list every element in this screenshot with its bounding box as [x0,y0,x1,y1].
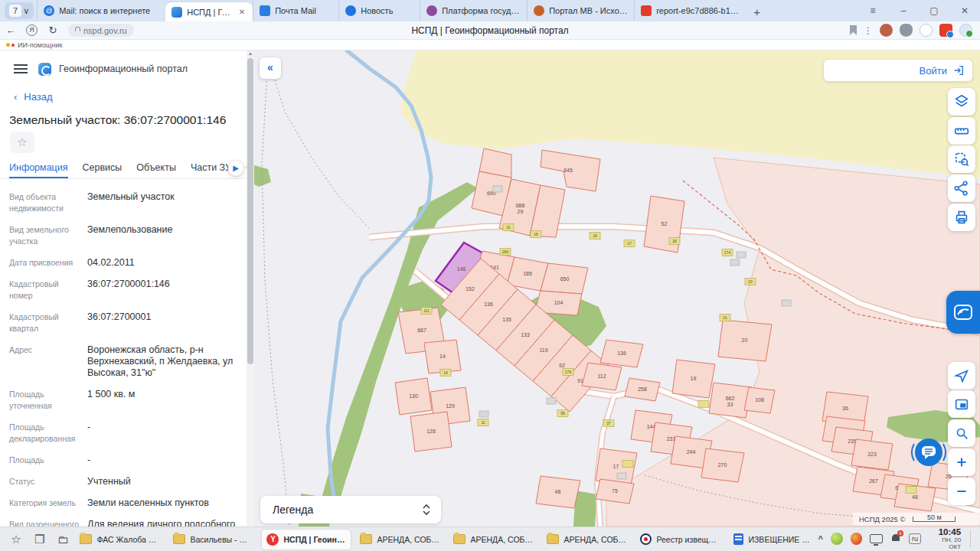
download-profile-icon[interactable] [959,24,972,37]
taskbar-item[interactable]: АРЕНДА, СОБСТ... [449,530,537,549]
taskbar-item[interactable]: ИЗВЕЩЕНИЕ о н... [729,530,818,549]
favorite-star-icon[interactable]: ☆ [10,132,34,153]
back-icon[interactable]: ← [0,24,21,36]
zoom-out-button[interactable] [948,478,975,505]
parcel-number: 20 [742,337,748,343]
building-marker[interactable] [906,487,916,494]
browser-tab[interactable]: Mail: поиск в интернете [37,0,165,21]
panel-tab-сервисы[interactable]: Сервисы [83,162,122,178]
browser-menu-icon[interactable]: ≡ [858,5,888,16]
chat-bubble-button[interactable] [910,433,948,471]
minimize-button[interactable]: – [888,5,919,16]
taskbar-item[interactable]: НСПД | Геоинфо... [262,530,351,549]
building[interactable] [479,411,488,417]
browser-tab[interactable]: НСПД | Геоинформаци✕ [165,2,253,21]
layers-button[interactable] [948,88,975,116]
mail-icon [44,5,54,16]
browser-tab[interactable]: report-e9c7d886-b10a-4f [634,0,746,21]
browser-tab[interactable]: Портал МВ - Исходящий [527,0,634,21]
favorites-star-icon[interactable]: ☆ [8,532,24,547]
building[interactable] [730,259,740,266]
measure-button[interactable] [948,117,975,145]
building-marker[interactable] [698,401,709,408]
tray-app-green-icon[interactable] [831,533,843,545]
hamburger-menu-icon[interactable] [14,64,28,73]
field-row: Площадь декларированная- [9,422,239,445]
scrollbar-thumb[interactable] [247,58,253,364]
browser-tab[interactable]: Почта Mail [253,0,338,21]
building[interactable] [782,300,791,306]
taskbar-item-label: Реестр извещен... [656,535,720,544]
parcel-number: 244 [687,449,696,455]
pdf-extension-icon[interactable] [939,24,952,37]
tabs-scroll-right-icon[interactable]: ▶ [228,161,243,176]
map-canvas[interactable]: 6456906882952146141185650104152136135133… [254,51,980,527]
zoom-out-icon [953,483,970,500]
ai-dot2-icon [11,44,15,47]
parcel-number: 48 [912,494,918,500]
browser-tab-bar: 7 ∨ Mail: поиск в интернетеНСПД | Геоинф… [0,0,980,21]
parcel-number: 270 [718,462,727,468]
select-area-button[interactable] [948,145,975,173]
panel-scrollbar[interactable]: ▲ [247,51,254,527]
refresh-icon[interactable]: ↻ [42,24,64,36]
file-manager-icon[interactable]: 🗀 [56,532,71,547]
tray-app-red-icon[interactable] [851,533,863,545]
print-icon [953,209,970,226]
collapse-panel-button[interactable]: « [260,57,281,79]
locate-button[interactable] [948,362,975,390]
notifications-bell-icon[interactable]: 9 [890,533,901,544]
building[interactable] [737,252,746,258]
print-button[interactable] [948,204,975,231]
taskbar-item[interactable]: АРЕНДА, СОБСТ... [542,530,631,549]
clock[interactable]: 10:45 ПН, 20 ОКТ [929,527,961,550]
window-switcher-icon[interactable]: ❐ [32,532,47,547]
panel-tab-информация[interactable]: Информация [9,162,68,178]
login-button[interactable]: Войти [824,60,972,81]
building-number: 280 [502,249,509,254]
taskbar-item[interactable]: ФАС Жалоба Ма... [75,530,164,549]
document-icon [733,533,743,545]
share-button[interactable] [948,174,975,202]
network-icon[interactable] [870,534,883,543]
legend-bar[interactable]: Легенда [260,496,441,523]
url-field[interactable]: nspd.gov.ru [68,24,134,37]
profile-avatar-icon[interactable] [880,24,893,37]
building[interactable] [617,473,626,479]
field-label: Дата присвоения [9,257,87,269]
back-link[interactable]: ‹ Назад [14,91,53,103]
tab-counter[interactable]: 7 ∨ [5,2,34,19]
taskbar-item[interactable]: АРЕНДА, СОБСТ... [355,530,444,549]
folder-icon [547,534,559,544]
browser-tab[interactable]: Новость [338,0,420,21]
panel-tab-части зу[interactable]: Части ЗУ [191,162,231,178]
taskbar-item[interactable]: Васильевы - Ме... [168,530,257,549]
protect-shield-icon[interactable] [900,24,913,37]
zoom-in-button[interactable] [948,448,975,476]
map-search-button[interactable] [948,419,975,447]
yandex-icon[interactable]: Я [26,24,38,36]
building[interactable] [547,398,556,404]
minimap-button[interactable] [948,390,975,418]
assistant-widget[interactable] [946,291,980,334]
tab-close-icon[interactable]: ✕ [237,8,247,16]
language-indicator[interactable]: ru [909,533,921,544]
tray-expand-icon[interactable]: ^ [818,534,822,543]
panel-tab-объекты[interactable]: Объекты [136,162,176,178]
parcel-number: 17 [613,464,619,469]
cadastral-map[interactable]: 6456906882952146141185650104152136135133… [254,51,980,527]
field-value: 1 500 кв. м [87,389,239,412]
collections-icon[interactable] [920,24,933,37]
maximize-button[interactable]: ▢ [919,5,949,16]
more-menu-icon[interactable]: ⋮ [864,25,873,36]
browser-tab[interactable]: Платформа государствен [420,0,527,21]
ai-assistant-bar[interactable]: ИИ-помощник [0,40,980,51]
new-tab-button[interactable]: + [746,5,768,21]
parcel-number: 112 [597,373,606,379]
taskbar-item[interactable]: Реестр извещен... [635,530,724,549]
building-marker[interactable] [622,461,633,468]
date: ПН, 20 ОКТ [929,537,961,551]
building[interactable] [493,186,502,192]
bookmark-icon[interactable] [850,25,857,35]
close-window-button[interactable]: ✕ [949,5,980,16]
